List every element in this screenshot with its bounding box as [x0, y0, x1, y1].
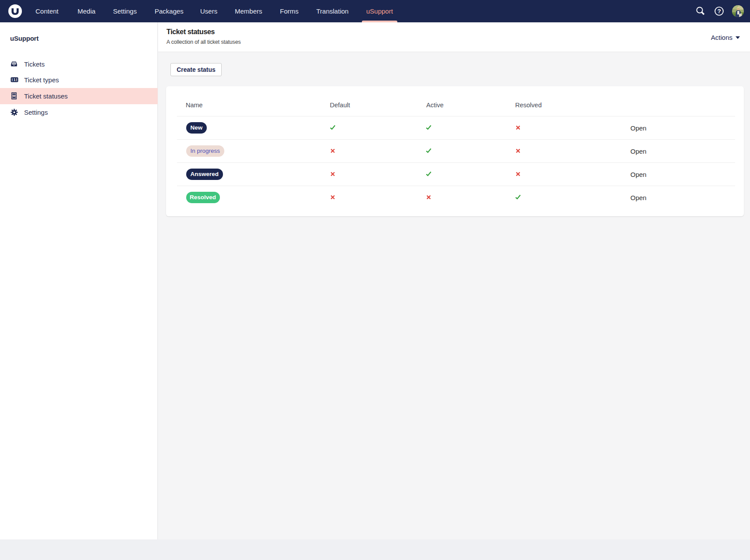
svg-text:?: ? — [717, 8, 721, 14]
svg-text:1: 1 — [14, 78, 16, 82]
